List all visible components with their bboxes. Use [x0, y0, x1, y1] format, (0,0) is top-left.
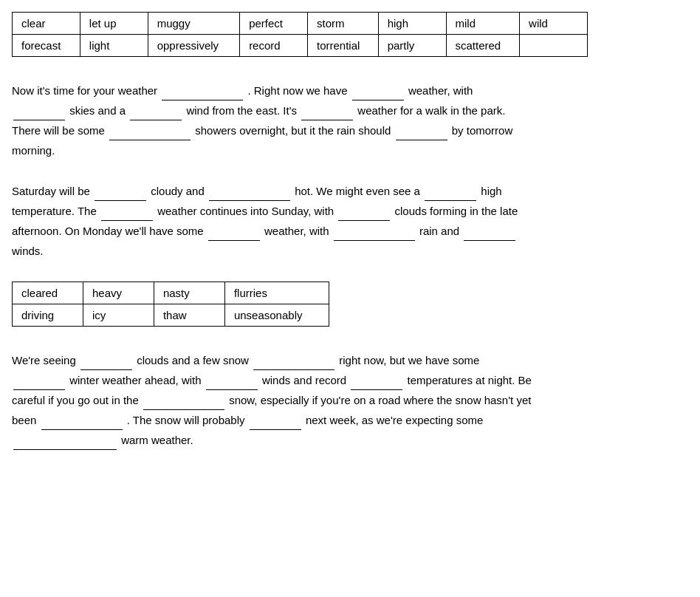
p1-blank-7[interactable]: [396, 127, 447, 140]
p2-blank-4[interactable]: [101, 208, 153, 221]
p2-text-9: weather, with: [264, 225, 329, 237]
p2-blank-8[interactable]: [464, 228, 515, 241]
p1-blank-3[interactable]: [13, 107, 65, 120]
wb1-r2c1: forecast: [13, 35, 80, 57]
p3-text-4: winter weather ahead, with: [69, 374, 201, 386]
passage-2: Saturday will be cloudy and hot. We migh…: [12, 181, 688, 261]
p3-blank-5[interactable]: [351, 377, 402, 390]
wb1-r1c6: high: [378, 13, 446, 35]
wb1-r2c6: partly: [378, 35, 446, 57]
p3-blank-9[interactable]: [13, 437, 117, 450]
p1-blank-4[interactable]: [130, 107, 182, 120]
p1-text-2: . Right now we have: [247, 84, 347, 97]
wb1-r2c3: oppressively: [148, 35, 239, 57]
wb2-r1c2: heavy: [83, 282, 154, 304]
p2-text-4: high: [481, 185, 501, 197]
p3-blank-8[interactable]: [250, 417, 301, 430]
p1-blank-2[interactable]: [352, 87, 404, 100]
wb2-r2c1: driving: [13, 304, 83, 327]
p3-text-11: next week, as we're expecting some: [306, 414, 483, 426]
p1-blank-5[interactable]: [301, 107, 353, 120]
wb1-r1c8: wild: [520, 13, 588, 35]
passage-1: Now it's time for your weather . Right n…: [12, 81, 688, 160]
wb2-r1c4: flurries: [224, 282, 329, 304]
p3-text-2: clouds and a few snow: [137, 354, 249, 366]
p3-blank-1[interactable]: [80, 357, 132, 370]
wb1-r1c3: muggy: [148, 13, 239, 35]
p2-text-1: Saturday will be: [12, 185, 90, 197]
passage-3: We're seeing clouds and a few snow right…: [12, 350, 688, 450]
p2-text-2: cloudy and: [151, 185, 205, 197]
wb1-r1c5: storm: [307, 13, 378, 35]
p3-text-7: careful if you go out in the: [12, 394, 139, 406]
p1-text-1: Now it's time for your weather: [12, 84, 157, 97]
p3-text-12: warm weather.: [121, 434, 193, 446]
p3-text-6: temperatures at night. Be: [408, 374, 532, 386]
p3-text-8: snow, especially if you're on a road whe…: [229, 394, 531, 406]
p2-text-8: afternoon. On Monday we'll have some: [12, 225, 204, 237]
p1-text-8: showers overnight, but it the rain shoul…: [195, 124, 391, 137]
wb1-r1c7: mild: [446, 13, 520, 35]
wb1-r1c2: let up: [80, 13, 148, 35]
p3-text-10: . The snow will probably: [127, 414, 245, 426]
wb1-r2c4: record: [240, 35, 308, 57]
p3-blank-3[interactable]: [13, 377, 65, 390]
wb1-r2c5: torrential: [307, 35, 378, 57]
p2-text-10: rain and: [419, 225, 459, 237]
wb1-r2c2: light: [80, 35, 148, 57]
word-bank-1: clear let up muggy perfect storm high mi…: [12, 12, 588, 57]
p1-text-7: There will be some: [12, 124, 105, 137]
wb1-r1c4: perfect: [240, 13, 308, 35]
p1-text-6: weather for a walk in the park.: [357, 104, 505, 117]
p2-blank-1[interactable]: [95, 188, 146, 201]
p3-text-5: winds and record: [262, 374, 346, 386]
p3-blank-6[interactable]: [143, 397, 224, 410]
p1-text-5: wind from the east. It's: [186, 104, 297, 117]
wb2-r2c2: icy: [83, 304, 154, 327]
p3-text-3: right now, but we have some: [339, 354, 479, 366]
p1-blank-6[interactable]: [109, 127, 191, 140]
p2-text-3: hot. We might even see a: [295, 185, 420, 197]
wb2-r2c4: unseasonably: [224, 304, 329, 327]
wb2-r1c3: nasty: [154, 282, 224, 304]
p3-text-9: been: [12, 414, 36, 426]
p1-text-10: morning.: [12, 144, 55, 157]
p3-text-1: We're seeing: [12, 354, 76, 366]
p2-blank-7[interactable]: [334, 228, 415, 241]
p2-blank-5[interactable]: [338, 208, 390, 221]
p2-text-7: clouds forming in the late: [395, 205, 518, 217]
p2-blank-2[interactable]: [209, 188, 290, 201]
wb1-r1c1: clear: [13, 13, 80, 35]
wb2-r1c1: cleared: [13, 282, 83, 304]
p3-blank-4[interactable]: [206, 377, 258, 390]
wb1-r2c8: [520, 35, 588, 57]
p3-blank-2[interactable]: [253, 357, 334, 370]
wb2-r2c3: thaw: [154, 304, 224, 327]
p2-text-6: weather continues into Sunday, with: [157, 205, 334, 217]
p1-text-9: by tomorrow: [452, 124, 513, 137]
p2-blank-6[interactable]: [208, 228, 260, 241]
p2-blank-3[interactable]: [425, 188, 476, 201]
wb1-r2c7: scattered: [446, 35, 520, 57]
p2-text-11: winds.: [12, 245, 44, 257]
p1-text-3: weather, with: [408, 84, 473, 97]
word-bank-2: cleared heavy nasty flurries driving icy…: [12, 282, 329, 327]
p1-blank-1[interactable]: [162, 87, 243, 100]
p1-text-4: skies and a: [69, 104, 126, 117]
p2-text-5: temperature. The: [12, 205, 97, 217]
p3-blank-7[interactable]: [41, 417, 123, 430]
